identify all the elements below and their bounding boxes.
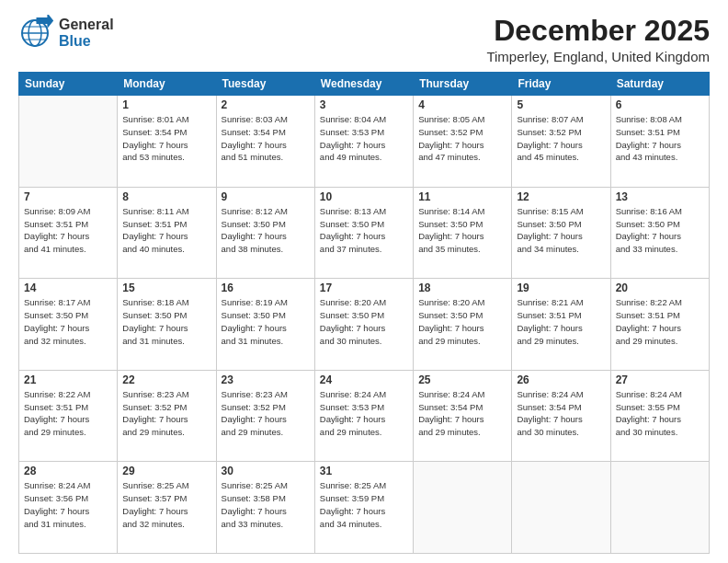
day-cell xyxy=(512,462,610,554)
day-number: 3 xyxy=(320,98,408,111)
day-cell: 11Sunrise: 8:14 AMSunset: 3:50 PMDayligh… xyxy=(414,187,512,279)
day-number: 2 xyxy=(222,98,310,111)
logo-general-text: General xyxy=(59,17,114,33)
day-cell: 7Sunrise: 8:09 AMSunset: 3:51 PMDaylight… xyxy=(19,187,118,279)
day-cell: 2Sunrise: 8:03 AMSunset: 3:54 PMDaylight… xyxy=(216,96,314,188)
day-info: Sunrise: 8:25 AMSunset: 3:57 PMDaylight:… xyxy=(122,479,210,530)
day-number: 12 xyxy=(517,190,605,203)
day-number: 31 xyxy=(320,465,408,477)
logo-blue-text: Blue xyxy=(59,33,114,50)
day-info: Sunrise: 8:24 AMSunset: 3:54 PMDaylight:… xyxy=(418,388,506,439)
day-number: 20 xyxy=(616,282,704,294)
day-cell: 25Sunrise: 8:24 AMSunset: 3:54 PMDayligh… xyxy=(414,370,512,462)
day-number: 29 xyxy=(122,465,210,477)
day-number: 18 xyxy=(418,282,506,294)
day-info: Sunrise: 8:14 AMSunset: 3:50 PMDaylight:… xyxy=(418,205,506,256)
day-info: Sunrise: 8:25 AMSunset: 3:59 PMDaylight:… xyxy=(320,479,408,530)
day-cell: 24Sunrise: 8:24 AMSunset: 3:53 PMDayligh… xyxy=(314,370,413,462)
day-cell: 12Sunrise: 8:15 AMSunset: 3:50 PMDayligh… xyxy=(512,187,610,279)
day-info: Sunrise: 8:13 AMSunset: 3:50 PMDaylight:… xyxy=(320,205,408,256)
day-info: Sunrise: 8:01 AMSunset: 3:54 PMDaylight:… xyxy=(122,113,210,164)
day-info: Sunrise: 8:04 AMSunset: 3:53 PMDaylight:… xyxy=(320,113,408,164)
weekday-header-row: Sunday Monday Tuesday Wednesday Thursday… xyxy=(19,73,710,96)
day-info: Sunrise: 8:22 AMSunset: 3:51 PMDaylight:… xyxy=(616,296,704,347)
day-number: 30 xyxy=(222,465,310,477)
day-cell: 17Sunrise: 8:20 AMSunset: 3:50 PMDayligh… xyxy=(314,279,413,371)
day-info: Sunrise: 8:03 AMSunset: 3:54 PMDaylight:… xyxy=(222,113,310,164)
header-wednesday: Wednesday xyxy=(314,73,413,96)
week-row-4: 28Sunrise: 8:24 AMSunset: 3:56 PMDayligh… xyxy=(19,462,710,554)
day-number: 25 xyxy=(418,373,506,386)
day-cell: 22Sunrise: 8:23 AMSunset: 3:52 PMDayligh… xyxy=(118,370,216,462)
day-info: Sunrise: 8:08 AMSunset: 3:51 PMDaylight:… xyxy=(616,113,704,164)
day-info: Sunrise: 8:24 AMSunset: 3:55 PMDaylight:… xyxy=(616,388,704,439)
day-cell: 26Sunrise: 8:24 AMSunset: 3:54 PMDayligh… xyxy=(512,370,610,462)
day-info: Sunrise: 8:24 AMSunset: 3:54 PMDaylight:… xyxy=(517,388,605,439)
day-number: 7 xyxy=(24,190,112,203)
day-number: 4 xyxy=(418,98,506,111)
day-number: 5 xyxy=(517,98,605,111)
day-cell xyxy=(610,462,709,554)
header: General Blue December 2025 Timperley, En… xyxy=(18,15,710,64)
week-row-1: 7Sunrise: 8:09 AMSunset: 3:51 PMDaylight… xyxy=(19,187,710,279)
day-cell: 3Sunrise: 8:04 AMSunset: 3:53 PMDaylight… xyxy=(314,96,413,188)
day-info: Sunrise: 8:19 AMSunset: 3:50 PMDaylight:… xyxy=(222,296,310,347)
day-number: 9 xyxy=(222,190,310,203)
day-cell: 29Sunrise: 8:25 AMSunset: 3:57 PMDayligh… xyxy=(118,462,216,554)
header-monday: Monday xyxy=(118,73,216,96)
day-info: Sunrise: 8:24 AMSunset: 3:53 PMDaylight:… xyxy=(320,388,408,439)
week-row-2: 14Sunrise: 8:17 AMSunset: 3:50 PMDayligh… xyxy=(19,279,710,371)
day-cell: 10Sunrise: 8:13 AMSunset: 3:50 PMDayligh… xyxy=(314,187,413,279)
day-cell xyxy=(19,96,118,188)
day-number: 14 xyxy=(24,282,112,294)
day-info: Sunrise: 8:20 AMSunset: 3:50 PMDaylight:… xyxy=(418,296,506,347)
day-info: Sunrise: 8:21 AMSunset: 3:51 PMDaylight:… xyxy=(517,296,605,347)
header-sunday: Sunday xyxy=(19,73,118,96)
day-info: Sunrise: 8:05 AMSunset: 3:52 PMDaylight:… xyxy=(418,113,506,164)
day-cell: 8Sunrise: 8:11 AMSunset: 3:51 PMDaylight… xyxy=(118,187,216,279)
day-number: 13 xyxy=(616,190,704,203)
logo: General Blue xyxy=(18,15,114,52)
day-info: Sunrise: 8:23 AMSunset: 3:52 PMDaylight:… xyxy=(122,388,210,439)
day-number: 28 xyxy=(24,465,112,477)
day-info: Sunrise: 8:20 AMSunset: 3:50 PMDaylight:… xyxy=(320,296,408,347)
day-number: 17 xyxy=(320,282,408,294)
day-cell: 20Sunrise: 8:22 AMSunset: 3:51 PMDayligh… xyxy=(610,279,709,371)
day-cell: 28Sunrise: 8:24 AMSunset: 3:56 PMDayligh… xyxy=(19,462,118,554)
header-thursday: Thursday xyxy=(414,73,512,96)
day-cell: 1Sunrise: 8:01 AMSunset: 3:54 PMDaylight… xyxy=(118,96,216,188)
logo-words: General Blue xyxy=(59,17,114,49)
day-number: 16 xyxy=(222,282,310,294)
location-subtitle: Timperley, England, United Kingdom xyxy=(486,49,710,64)
header-friday: Friday xyxy=(512,73,610,96)
day-cell: 21Sunrise: 8:22 AMSunset: 3:51 PMDayligh… xyxy=(19,370,118,462)
calendar-table: Sunday Monday Tuesday Wednesday Thursday… xyxy=(18,72,710,554)
day-number: 15 xyxy=(122,282,210,294)
day-number: 19 xyxy=(517,282,605,294)
day-cell: 13Sunrise: 8:16 AMSunset: 3:50 PMDayligh… xyxy=(610,187,709,279)
logo-icon xyxy=(18,15,59,52)
day-info: Sunrise: 8:17 AMSunset: 3:50 PMDaylight:… xyxy=(24,296,112,347)
day-info: Sunrise: 8:22 AMSunset: 3:51 PMDaylight:… xyxy=(24,388,112,439)
day-info: Sunrise: 8:25 AMSunset: 3:58 PMDaylight:… xyxy=(222,479,310,530)
day-info: Sunrise: 8:24 AMSunset: 3:56 PMDaylight:… xyxy=(24,479,112,530)
day-cell: 14Sunrise: 8:17 AMSunset: 3:50 PMDayligh… xyxy=(19,279,118,371)
day-info: Sunrise: 8:16 AMSunset: 3:50 PMDaylight:… xyxy=(616,205,704,256)
day-number: 21 xyxy=(24,373,112,386)
day-number: 26 xyxy=(517,373,605,386)
month-title: December 2025 xyxy=(486,15,710,47)
day-info: Sunrise: 8:18 AMSunset: 3:50 PMDaylight:… xyxy=(122,296,210,347)
title-block: December 2025 Timperley, England, United… xyxy=(486,15,710,64)
day-cell: 18Sunrise: 8:20 AMSunset: 3:50 PMDayligh… xyxy=(414,279,512,371)
day-number: 27 xyxy=(616,373,704,386)
day-number: 11 xyxy=(418,190,506,203)
day-cell: 19Sunrise: 8:21 AMSunset: 3:51 PMDayligh… xyxy=(512,279,610,371)
day-cell: 27Sunrise: 8:24 AMSunset: 3:55 PMDayligh… xyxy=(610,370,709,462)
day-number: 6 xyxy=(616,98,704,111)
week-row-3: 21Sunrise: 8:22 AMSunset: 3:51 PMDayligh… xyxy=(19,370,710,462)
day-info: Sunrise: 8:07 AMSunset: 3:52 PMDaylight:… xyxy=(517,113,605,164)
day-info: Sunrise: 8:23 AMSunset: 3:52 PMDaylight:… xyxy=(222,388,310,439)
day-cell: 5Sunrise: 8:07 AMSunset: 3:52 PMDaylight… xyxy=(512,96,610,188)
day-cell: 9Sunrise: 8:12 AMSunset: 3:50 PMDaylight… xyxy=(216,187,314,279)
day-cell: 4Sunrise: 8:05 AMSunset: 3:52 PMDaylight… xyxy=(414,96,512,188)
